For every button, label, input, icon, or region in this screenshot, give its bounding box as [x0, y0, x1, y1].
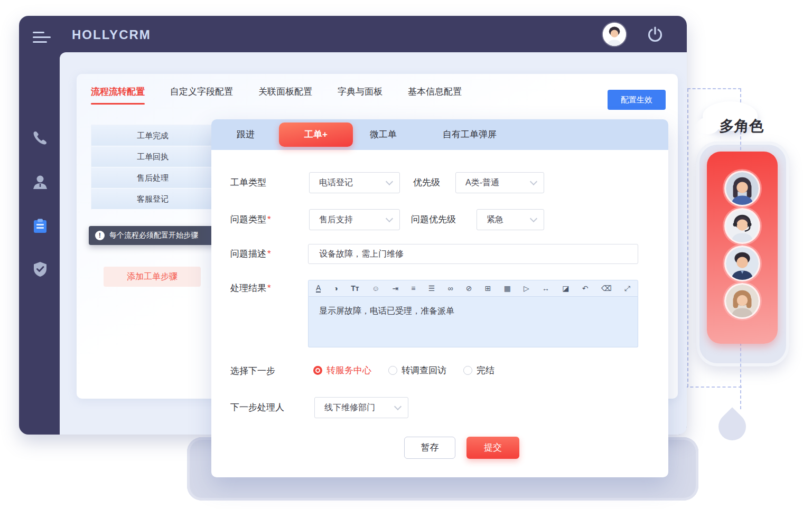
priority-value: A类-普通	[465, 177, 499, 188]
radio-label: 转服务中心	[326, 364, 371, 376]
chevron-down-icon	[530, 178, 537, 185]
radio-icon	[463, 366, 472, 375]
drop-decoration	[713, 407, 752, 446]
radio-complete[interactable]: 完结	[463, 364, 494, 376]
radio-label: 转调查回访	[402, 364, 446, 376]
issue-type-value: 售后支持	[319, 214, 353, 225]
indent-icon[interactable]: ⇥	[392, 285, 398, 292]
avatar	[726, 247, 759, 280]
issue-desc-input[interactable]	[308, 244, 638, 264]
fullscreen-icon[interactable]: ⤢	[624, 285, 630, 292]
undo-icon[interactable]: ↶	[582, 285, 589, 292]
next-handler-value: 线下维修部门	[324, 402, 375, 413]
issue-priority-select[interactable]: 紧急	[477, 209, 544, 230]
table-icon[interactable]: ⊞	[485, 285, 491, 292]
issue-type-label: 问题类型*	[230, 209, 271, 230]
next-handler-label: 下一步处理人	[230, 397, 284, 418]
app-title: HOLLYCRM	[72, 27, 151, 42]
radio-selected-icon	[313, 366, 322, 375]
emoji-icon[interactable]: ☺	[372, 285, 379, 292]
radio-transfer-service-center[interactable]: 转服务中心	[313, 364, 371, 376]
editor-toolbar: A ◑ Tт ☺ ⇥ ≡ ☰ ∞ ⊘ ⊞ ▦ ▷ ↔ ◪ ↶ ⌫ ⤢	[308, 280, 638, 297]
shield-check-icon[interactable]	[32, 261, 49, 278]
tab-process-flow-config[interactable]: 流程流转配置	[91, 86, 145, 105]
delete-icon[interactable]: ⌫	[601, 285, 612, 292]
tab-linked-panel-config[interactable]: 关联面板配置	[258, 86, 312, 105]
radio-label: 完结	[477, 364, 494, 376]
radio-icon	[388, 366, 397, 375]
tab-micro-ticket[interactable]: 微工单	[370, 119, 397, 150]
page-tab-bar: 流程流转配置 自定义字段配置 关联面板配置 字典与面板 基本信息配置	[91, 86, 462, 105]
user-avatar[interactable]	[603, 23, 626, 46]
chevron-down-icon	[386, 215, 393, 222]
tab-custom-field-config[interactable]: 自定义字段配置	[170, 86, 233, 105]
modal-tab-bar: 跟进 工单+ 微工单 自有工单弹屏	[211, 119, 668, 150]
divider-icon[interactable]: ↔	[542, 285, 549, 292]
list-item[interactable]: 工单完成	[91, 125, 214, 146]
color-palette-icon[interactable]: ◑	[334, 285, 338, 292]
list-item[interactable]: 售后处理	[91, 167, 214, 188]
cloud-decoration	[696, 117, 720, 134]
priority-label: 优先级	[413, 172, 440, 193]
eraser-icon[interactable]: ◪	[562, 285, 569, 292]
dashed-guide-horizontal-bottom	[679, 387, 742, 388]
menu-icon[interactable]	[33, 32, 52, 44]
align-icon[interactable]: ≡	[411, 285, 415, 292]
next-handler-select[interactable]: 线下维修部门	[314, 397, 408, 418]
list-icon[interactable]: ☰	[428, 285, 435, 292]
required-asterisk: *	[267, 283, 271, 293]
power-icon[interactable]	[646, 25, 665, 44]
tab-dictionary-panel[interactable]: 字典与面板	[338, 86, 382, 105]
chevron-down-icon	[530, 215, 537, 222]
list-item[interactable]: 客服登记	[91, 188, 214, 210]
list-item[interactable]: 工单回执	[91, 146, 214, 167]
screenshot-stage: 多角色 HOLLYCRM 流程流转配置 自定义字段	[0, 0, 812, 509]
chevron-down-icon	[386, 178, 393, 185]
remove-link-icon[interactable]: ⊘	[466, 285, 472, 292]
tab-ticket-plus[interactable]: 工单+	[279, 122, 353, 147]
submit-button[interactable]: 提交	[466, 437, 519, 459]
clipboard-icon[interactable]	[32, 218, 49, 234]
ticket-modal: 跟进 工单+ 微工单 自有工单弹屏 工单类型 电话登记 优先级 A类-普通 问题…	[211, 119, 668, 477]
add-step-button[interactable]: 添加工单步骤	[104, 267, 201, 287]
issue-priority-label: 问题优先级	[411, 209, 456, 230]
phone-icon[interactable]	[32, 130, 49, 147]
user-icon[interactable]	[32, 174, 49, 191]
avatar	[726, 210, 759, 242]
ticket-type-value: 电话登记	[319, 177, 353, 188]
avatar	[726, 285, 759, 317]
required-asterisk: *	[267, 249, 271, 259]
add-link-icon[interactable]: ∞	[448, 285, 453, 292]
warning-text: 每个流程必须配置开始步骤	[109, 231, 198, 240]
result-editor: A ◑ Tт ☺ ⇥ ≡ ☰ ∞ ⊘ ⊞ ▦ ▷ ↔ ◪ ↶ ⌫ ⤢ 显示屏故障…	[308, 280, 638, 347]
radio-transfer-survey-callback[interactable]: 转调查回访	[388, 364, 446, 376]
font-size-icon[interactable]: Tт	[351, 285, 359, 292]
issue-priority-value: 紧急	[487, 214, 503, 225]
next-step-options: 转服务中心 转调查回访 完结	[313, 364, 494, 376]
tab-basic-info-config[interactable]: 基本信息配置	[408, 86, 462, 105]
chevron-down-icon	[394, 403, 402, 410]
font-format-icon[interactable]: A	[316, 284, 321, 293]
tab-follow-up[interactable]: 跟进	[237, 119, 255, 150]
next-step-label: 选择下一步	[230, 365, 275, 377]
priority-select[interactable]: A类-普通	[455, 172, 544, 193]
avatar	[726, 172, 759, 205]
image-icon[interactable]: ▦	[504, 285, 511, 292]
tab-own-ticket-popup[interactable]: 自有工单弹屏	[443, 119, 497, 150]
required-asterisk: *	[267, 214, 271, 224]
issue-type-select[interactable]: 售后支持	[309, 209, 400, 230]
ticket-type-label: 工单类型	[230, 172, 266, 193]
editor-content[interactable]: 显示屏故障，电话已受理，准备派单	[308, 297, 638, 347]
exclamation-icon: !	[95, 231, 105, 240]
dashed-guide-horizontal-top	[687, 88, 741, 89]
roles-panel	[707, 152, 778, 344]
ticket-type-select[interactable]: 电话登记	[309, 172, 400, 193]
dashed-guide-vertical-left	[687, 89, 688, 387]
save-draft-button[interactable]: 暂存	[404, 437, 455, 459]
workflow-step-list: 工单完成 工单回执 售后处理 客服登记	[91, 125, 214, 210]
result-label: 处理结果*	[230, 282, 271, 294]
roles-panel-title: 多角色	[719, 116, 765, 136]
apply-config-button[interactable]: 配置生效	[608, 90, 666, 110]
video-icon[interactable]: ▷	[524, 285, 529, 292]
issue-desc-label: 问题描述*	[230, 244, 271, 264]
